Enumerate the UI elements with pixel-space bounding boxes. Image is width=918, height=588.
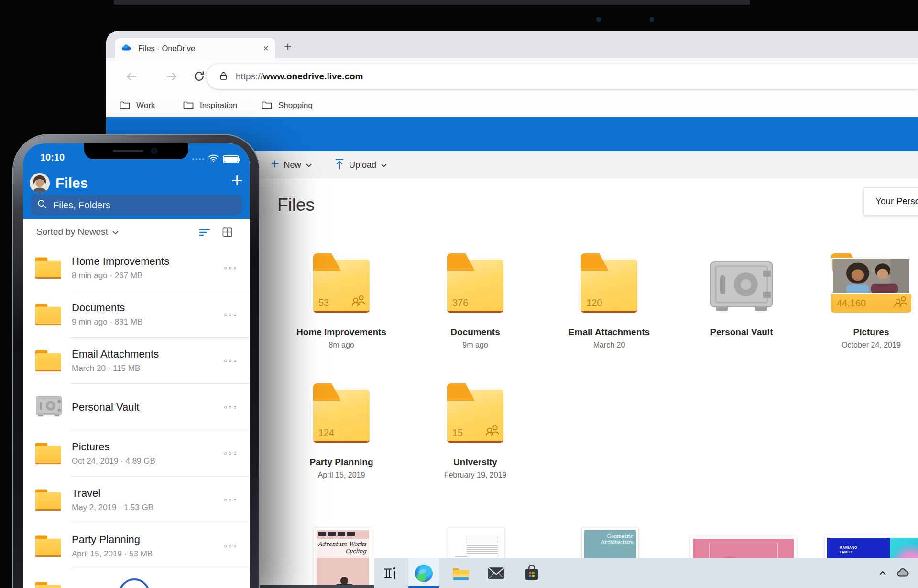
task-view-icon[interactable] bbox=[375, 558, 405, 588]
folder-name: Home Improvements bbox=[284, 327, 399, 338]
bookmark-label: Inspiration bbox=[200, 101, 237, 110]
folder-tile-pictures[interactable]: 44,160 Pictures October 24, 2019 bbox=[814, 252, 918, 349]
photo-detail bbox=[318, 532, 355, 536]
item-name: Email Attachments bbox=[72, 348, 159, 360]
sort-row: Sorted by Newest bbox=[23, 219, 250, 245]
grid-view-icon[interactable] bbox=[222, 227, 232, 239]
new-button[interactable]: + New bbox=[271, 154, 312, 176]
new-tab-button[interactable]: + bbox=[284, 39, 292, 54]
item-count: 124 bbox=[318, 427, 334, 438]
sort-dropdown[interactable]: Sorted by Newest bbox=[36, 227, 119, 237]
photo-folder-icon: 44,160 bbox=[831, 253, 911, 313]
list-item-personal-vault[interactable]: Personal Vault bbox=[23, 384, 250, 430]
text-lines bbox=[466, 534, 498, 556]
list-item-documents[interactable]: Documents9 min ago · 831 MB bbox=[23, 291, 250, 338]
list-item-travel[interactable]: TravelMay 2, 2019 · 1.53 GB bbox=[23, 477, 250, 523]
screen-bottom-edge bbox=[258, 585, 374, 588]
folder-tile-university[interactable]: 15 University February 19, 2019 bbox=[418, 382, 533, 479]
more-options-icon[interactable] bbox=[222, 358, 238, 364]
folder-meta: March 20 bbox=[552, 341, 667, 349]
search-placeholder: Files, Folders bbox=[53, 200, 110, 211]
phone-notch bbox=[84, 143, 188, 159]
item-name: Party Planning bbox=[72, 534, 153, 546]
tab-close-icon[interactable]: × bbox=[263, 44, 269, 53]
folder-meta: 8m ago bbox=[284, 341, 399, 349]
item-meta: March 20 · 115 MB bbox=[72, 364, 159, 373]
item-name: Personal Vault bbox=[72, 401, 139, 414]
bookmark-shopping[interactable]: Shopping bbox=[262, 97, 313, 114]
personal-vault-callout[interactable]: Your Perso bbox=[863, 187, 918, 215]
list-item-pictures[interactable]: PicturesOct 24, 2019 · 4.89 GB bbox=[23, 430, 250, 477]
folder-meta: April 15, 2019 bbox=[284, 471, 399, 479]
bookmark-inspiration[interactable]: Inspiration bbox=[183, 97, 237, 114]
url-scheme: https:// bbox=[236, 71, 263, 81]
folder-icon: 376 bbox=[447, 253, 503, 313]
more-options-icon[interactable] bbox=[222, 497, 238, 503]
chevron-down-icon bbox=[112, 227, 119, 237]
browser-tab[interactable]: Files - OneDrive × bbox=[115, 38, 275, 58]
microsoft-store-icon[interactable] bbox=[516, 558, 547, 588]
item-name: University bbox=[72, 587, 118, 588]
preview-title: Adventure WorksCycling bbox=[317, 539, 369, 558]
back-icon[interactable] bbox=[125, 70, 138, 85]
chevron-down-icon bbox=[381, 161, 387, 169]
microsoft-edge-icon[interactable] bbox=[408, 558, 439, 588]
signal-dots-icon bbox=[192, 158, 204, 160]
shared-people-icon bbox=[893, 295, 907, 310]
folder-icon: 15 bbox=[447, 383, 503, 443]
folder-icon bbox=[183, 100, 194, 111]
chevron-up-icon[interactable] bbox=[879, 569, 886, 577]
folder-tile-email-attachments[interactable]: 120 Email Attachments March 20 bbox=[552, 252, 667, 349]
windows-taskbar bbox=[374, 558, 918, 588]
bookmark-work[interactable]: Work bbox=[120, 97, 155, 114]
item-name: Travel bbox=[72, 487, 153, 500]
more-options-icon[interactable] bbox=[222, 404, 238, 410]
bookmark-label: Shopping bbox=[278, 101, 313, 110]
active-app-indicator bbox=[408, 586, 439, 588]
item-count: 44,160 bbox=[837, 298, 866, 309]
more-options-icon[interactable] bbox=[222, 450, 238, 457]
item-name: Pictures bbox=[72, 441, 155, 453]
personal-vault-tile[interactable]: Personal Vault bbox=[684, 252, 799, 338]
item-name: Home Improvements bbox=[72, 255, 169, 268]
search-input[interactable]: Files, Folders bbox=[31, 195, 242, 215]
file-preview-adventure-works[interactable]: Adventure WorksCycling bbox=[314, 528, 372, 588]
text-lines bbox=[455, 545, 468, 557]
item-meta: Oct 24, 2019 · 4.89 GB bbox=[72, 457, 155, 466]
file-explorer-icon[interactable] bbox=[446, 558, 476, 588]
forward-icon[interactable] bbox=[165, 70, 178, 85]
folder-icon: 53 bbox=[313, 253, 370, 313]
list-item-party-planning[interactable]: Party PlanningApril 15, 2019 · 53 MB bbox=[23, 523, 250, 569]
onedrive-favicon-icon bbox=[121, 44, 132, 53]
onedrive-cloud-tray-icon[interactable] bbox=[897, 567, 911, 579]
status-icons bbox=[192, 154, 239, 164]
more-options-icon[interactable] bbox=[222, 543, 238, 549]
shared-people-icon bbox=[485, 425, 499, 439]
refresh-icon[interactable] bbox=[193, 70, 205, 84]
upload-button[interactable]: Upload bbox=[335, 154, 387, 176]
address-bar[interactable]: https://www.onedrive.live.com bbox=[207, 64, 918, 89]
add-button[interactable]: + bbox=[231, 169, 243, 192]
folder-icon bbox=[35, 489, 61, 511]
wifi-icon bbox=[208, 154, 219, 164]
more-options-icon[interactable] bbox=[222, 265, 238, 271]
item-meta: 9 min ago · 831 MB bbox=[72, 317, 142, 327]
mail-icon[interactable] bbox=[481, 558, 512, 588]
url-text: https://www.onedrive.live.com bbox=[236, 71, 363, 82]
folder-tile-party-planning[interactable]: 124 Party Planning April 15, 2019 bbox=[284, 382, 399, 479]
more-options-icon[interactable] bbox=[222, 311, 238, 317]
list-view-icon[interactable] bbox=[199, 229, 210, 238]
folder-meta: 9m ago bbox=[418, 341, 533, 349]
folder-tile-home-improvements[interactable]: 53 Home Improvements 8m ago bbox=[284, 252, 399, 349]
avatar[interactable] bbox=[30, 173, 50, 193]
page-title: Files bbox=[277, 195, 315, 215]
list-item-home-improvements[interactable]: Home Improvements8 min ago · 267 MB bbox=[23, 245, 250, 291]
item-count: 376 bbox=[452, 297, 468, 308]
folder-icon bbox=[35, 304, 61, 325]
folder-icon: 120 bbox=[581, 253, 637, 313]
list-item-email-attachments[interactable]: Email AttachmentsMarch 20 · 115 MB bbox=[23, 338, 250, 384]
folder-tile-documents[interactable]: 376 Documents 9m ago bbox=[418, 252, 533, 349]
folder-icon bbox=[35, 582, 61, 588]
folder-name: Documents bbox=[418, 327, 533, 338]
item-meta: 8 min ago · 267 MB bbox=[72, 271, 169, 281]
